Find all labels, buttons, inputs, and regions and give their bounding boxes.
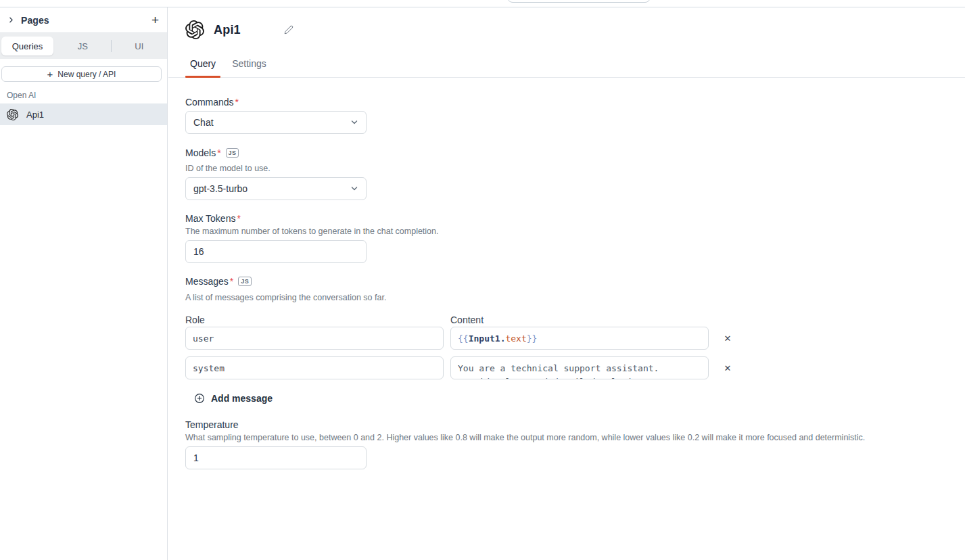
message-content-input[interactable]: {{Input1.text}} <box>450 327 709 350</box>
commands-select[interactable]: Chat <box>185 111 367 134</box>
message-content-text: You are a technical support assistant. P… <box>458 363 690 379</box>
message-role-input[interactable] <box>185 356 444 379</box>
content-column-label: Content <box>450 313 709 327</box>
js-badge[interactable]: JS <box>238 277 252 286</box>
rename-query-button[interactable] <box>284 25 293 34</box>
message-content-input[interactable]: You are a technical support assistant. P… <box>450 356 709 379</box>
messages-description: A list of messages comprising the conver… <box>185 292 965 303</box>
max-tokens-description: The maximum number of tokens to generate… <box>185 226 965 237</box>
token-object: Input1 <box>469 333 500 344</box>
openai-logo-icon <box>7 109 18 120</box>
required-marker: * <box>230 275 233 288</box>
add-message-label: Add message <box>211 393 273 404</box>
sidebar-tabstrip: Queries JS UI <box>0 33 167 59</box>
chevron-right-icon[interactable] <box>7 16 16 24</box>
datasource-section-label: Open AI <box>7 91 167 100</box>
sidebar-tab-queries[interactable]: Queries <box>0 41 55 51</box>
chevron-down-icon <box>350 185 358 193</box>
required-marker: * <box>237 212 240 225</box>
query-list-item-api1[interactable]: Api1 <box>0 103 167 125</box>
models-description: ID of the model to use. <box>185 163 965 174</box>
new-query-label: New query / API <box>57 70 116 79</box>
js-badge[interactable]: JS <box>226 148 239 158</box>
messages-column-headers: Role Content <box>185 313 965 327</box>
message-role-input[interactable] <box>185 327 444 350</box>
temperature-label: Temperature <box>185 418 965 431</box>
token-property: text <box>505 333 526 344</box>
commands-label: Commands* <box>185 95 965 109</box>
openai-logo-icon <box>185 20 204 39</box>
sidebar: Pages + Queries JS UI + New query / API … <box>0 7 168 560</box>
required-marker: * <box>235 95 239 109</box>
remove-message-button[interactable]: ✕ <box>715 333 740 344</box>
circle-plus-icon <box>194 393 205 404</box>
tab-query[interactable]: Query <box>185 54 220 77</box>
plus-icon: + <box>47 69 53 79</box>
new-query-button[interactable]: + New query / API <box>1 66 162 82</box>
app-window: Pages + Queries JS UI + New query / API … <box>0 0 965 560</box>
token-brace: }} <box>527 333 538 344</box>
max-tokens-input[interactable] <box>185 240 367 263</box>
message-row: {{Input1.text}} ✕ <box>185 327 965 350</box>
temperature-input[interactable] <box>185 446 367 469</box>
chevron-down-icon <box>350 118 358 126</box>
token-brace: {{ <box>458 333 469 344</box>
query-form: Commands* Chat Models* JS ID of the mode… <box>185 95 965 469</box>
pages-header[interactable]: Pages + <box>0 7 167 33</box>
add-page-icon[interactable]: + <box>151 14 159 26</box>
sidebar-tab-js[interactable]: JS <box>55 41 111 51</box>
add-message-button[interactable]: Add message <box>194 393 273 404</box>
role-column-label: Role <box>185 313 444 327</box>
models-label: Models* JS <box>185 146 965 160</box>
remove-message-button[interactable]: ✕ <box>715 363 740 373</box>
query-editor-panel: Api1 Query Settings Commands* Chat Mode <box>168 7 965 560</box>
pages-title: Pages <box>21 15 49 26</box>
topbar-input-partial[interactable] <box>507 0 651 3</box>
topbar <box>0 0 965 7</box>
tab-settings[interactable]: Settings <box>227 54 271 77</box>
models-select[interactable]: gpt-3.5-turbo <box>185 177 367 200</box>
max-tokens-label: Max Tokens* <box>185 212 965 225</box>
query-item-label: Api1 <box>26 110 44 120</box>
commands-value: Chat <box>193 117 350 128</box>
editor-tabs: Query Settings <box>168 54 965 78</box>
message-row: You are a technical support assistant. P… <box>185 356 965 379</box>
temperature-description: What sampling temperature to use, betwee… <box>185 432 965 443</box>
query-title: Api1 <box>214 23 241 37</box>
models-value: gpt-3.5-turbo <box>193 183 350 194</box>
sidebar-tab-ui[interactable]: UI <box>112 41 168 51</box>
messages-label: Messages* JS <box>185 275 965 288</box>
query-header: Api1 <box>185 20 965 39</box>
required-marker: * <box>217 146 220 160</box>
